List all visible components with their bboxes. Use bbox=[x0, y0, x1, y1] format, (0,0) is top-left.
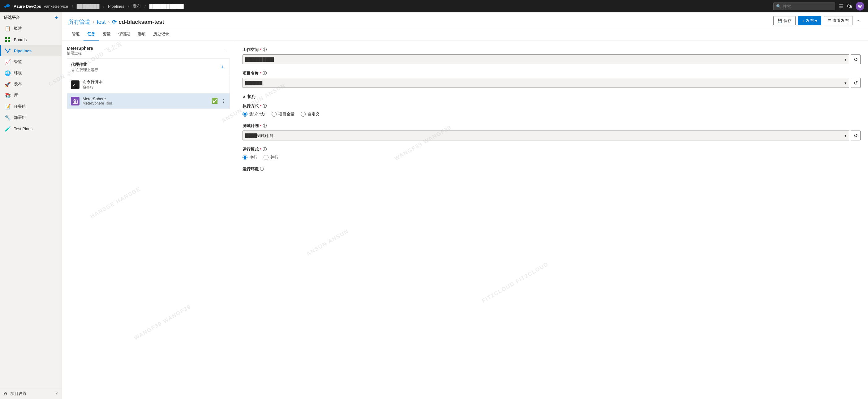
sep3: / bbox=[128, 4, 129, 9]
agent-job-header: 代理作业 🖥 在代理上运行 + bbox=[67, 59, 229, 76]
sidebar-item-pipeline[interactable]: 📈 管道 bbox=[0, 56, 62, 67]
page-header-actions: 💾 保存 + 发布 ▾ ☰ 查看发布 ··· bbox=[773, 16, 862, 28]
view-release-button[interactable]: ☰ 查看发布 bbox=[824, 16, 853, 25]
settings-icon: ⚙ bbox=[4, 392, 7, 396]
tab-pipeline[interactable]: 管道 bbox=[68, 28, 84, 40]
sep2: / bbox=[103, 4, 104, 9]
breadcrumb-pipelines[interactable]: Pipelines bbox=[108, 4, 124, 9]
azure-devops-logo bbox=[4, 2, 10, 10]
boards-icon bbox=[5, 36, 11, 43]
search-box[interactable]: 🔍 bbox=[773, 2, 835, 10]
breadcrumb-all-pipelines[interactable]: 所有管道 bbox=[68, 18, 90, 26]
workspace-info-icon[interactable]: ⓘ bbox=[262, 47, 267, 53]
pipeline-content: MeterSphere 部署过程 ··· 代理作业 🖥 在代理上运行 bbox=[62, 41, 868, 399]
breadcrumb-test[interactable]: test bbox=[97, 19, 106, 25]
task-info-metersphere: MeterSphere MeterSphere Tool bbox=[83, 96, 209, 105]
run-mode-radio-group: 串行 并行 bbox=[243, 155, 861, 160]
project-refresh-button[interactable]: ↺ bbox=[851, 78, 861, 88]
breadcrumb-sep2: › bbox=[108, 20, 110, 25]
search-icon: 🔍 bbox=[776, 4, 781, 9]
test-plan-select-wrapper: ████测试计划 bbox=[243, 130, 849, 141]
project-select-row: ██████ ↺ bbox=[243, 78, 861, 88]
tab-retention[interactable]: 保留期 bbox=[115, 28, 134, 40]
project-select[interactable]: ██████ bbox=[243, 78, 849, 88]
radio-all-project-input[interactable] bbox=[272, 112, 277, 117]
workspace-select[interactable]: ██████████ bbox=[243, 55, 849, 64]
save-button[interactable]: 💾 保存 bbox=[773, 16, 796, 25]
sidebar-add-button[interactable]: + bbox=[55, 15, 58, 21]
stage-more-button[interactable]: ··· bbox=[222, 48, 230, 55]
add-task-button[interactable]: + bbox=[219, 63, 226, 71]
radio-test-plan-input[interactable] bbox=[243, 112, 247, 117]
plus-icon: + bbox=[802, 19, 805, 23]
svg-rect-2 bbox=[5, 40, 7, 42]
radio-parallel-input[interactable] bbox=[264, 155, 269, 160]
execution-mode-radio-group: 测试计划 项目全量 自定义 bbox=[243, 111, 861, 117]
project-info-icon[interactable]: ⓘ bbox=[262, 70, 267, 76]
sidebar-item-testplans[interactable]: 🧪 Test Plans bbox=[0, 123, 62, 134]
main-layout: 研选平台 + 📋 概述 Boards bbox=[0, 12, 868, 399]
release-button[interactable]: + 发布 ▾ bbox=[798, 16, 821, 25]
breadcrumb-1[interactable]: ████████ bbox=[77, 4, 100, 9]
shopping-icon[interactable]: 🛍 bbox=[847, 3, 852, 9]
stage-header: MeterSphere 部署过程 ··· bbox=[67, 46, 230, 56]
sidebar-item-label-environment: 环境 bbox=[14, 70, 22, 76]
settings-label: 项目设置 bbox=[10, 391, 27, 397]
tab-variables[interactable]: 变量 bbox=[99, 28, 115, 40]
execution-mode-info-icon[interactable]: ⓘ bbox=[262, 103, 267, 109]
avatar[interactable]: W bbox=[856, 2, 864, 10]
sidebar-item-environment[interactable]: 🌐 环境 bbox=[0, 67, 62, 79]
test-plan-info-icon[interactable]: ⓘ bbox=[262, 123, 267, 129]
menu-icon[interactable]: ☰ bbox=[839, 3, 843, 9]
right-panel: 工作空间 * ⓘ ██████████ ↺ bbox=[235, 41, 868, 399]
sidebar-item-boards[interactable]: Boards bbox=[0, 34, 62, 45]
tab-tasks[interactable]: 任务 bbox=[84, 28, 99, 40]
agent-job-info: 代理作业 🖥 在代理上运行 bbox=[71, 62, 98, 73]
radio-custom-input[interactable] bbox=[301, 112, 306, 117]
tab-options[interactable]: 选项 bbox=[134, 28, 149, 40]
radio-serial[interactable]: 串行 bbox=[243, 155, 257, 160]
org-name: VankeService bbox=[43, 4, 68, 9]
breadcrumb-release[interactable]: 发布 bbox=[133, 3, 141, 9]
sidebar-item-deploygroups[interactable]: 🔧 部署组 bbox=[0, 112, 62, 123]
task-more-button[interactable]: ⋮ bbox=[221, 98, 226, 104]
test-plan-select[interactable]: ████测试计划 bbox=[243, 130, 849, 141]
breadcrumb-active[interactable]: ████████████ bbox=[149, 4, 184, 9]
deploygroups-icon: 🔧 bbox=[5, 115, 11, 121]
svg-rect-1 bbox=[8, 37, 10, 39]
run-mode-field: 运行模式 * ⓘ 串行 并行 bbox=[243, 147, 861, 160]
radio-test-plan[interactable]: 测试计划 bbox=[243, 111, 266, 117]
sidebar-item-release[interactable]: 🚀 发布 bbox=[0, 79, 62, 90]
sep1: / bbox=[72, 4, 73, 9]
run-mode-info-icon[interactable]: ⓘ bbox=[262, 147, 267, 152]
agent-job: 代理作业 🖥 在代理上运行 + >_ bbox=[67, 58, 230, 109]
sidebar: 研选平台 + 📋 概述 Boards bbox=[0, 12, 62, 399]
sidebar-item-label-library: 库 bbox=[14, 92, 18, 98]
task-item-metersphere[interactable]: MeterSphere MeterSphere Tool ✅ ⋮ bbox=[67, 93, 229, 109]
test-plan-label: 测试计划 * ⓘ bbox=[243, 123, 861, 129]
radio-parallel[interactable]: 并行 bbox=[264, 155, 278, 160]
task-subtitle-metersphere: MeterSphere Tool bbox=[83, 101, 209, 105]
run-env-label: 运行环境 ⓘ bbox=[243, 166, 861, 172]
radio-serial-input[interactable] bbox=[243, 155, 247, 160]
tab-history[interactable]: 历史记录 bbox=[149, 28, 173, 40]
radio-custom[interactable]: 自定义 bbox=[301, 111, 319, 117]
more-options-button[interactable]: ··· bbox=[855, 17, 862, 25]
sidebar-item-library[interactable]: 📚 库 bbox=[0, 90, 62, 101]
run-env-info-icon[interactable]: ⓘ bbox=[260, 166, 264, 172]
execution-collapse-icon: ∧ bbox=[243, 94, 246, 99]
execution-header[interactable]: ∧ 执行 bbox=[243, 94, 861, 100]
radio-all-project[interactable]: 项目全量 bbox=[272, 111, 294, 117]
svg-point-6 bbox=[9, 49, 10, 50]
topbar: Azure DevOps VankeService / ████████ / P… bbox=[0, 0, 868, 12]
sidebar-item-pipelines[interactable]: Pipelines bbox=[0, 45, 62, 56]
workspace-refresh-button[interactable]: ↺ bbox=[851, 55, 861, 64]
task-item-cmdline[interactable]: >_ 命令行脚本 命令行 bbox=[67, 76, 229, 93]
sidebar-item-label-pipelines: Pipelines bbox=[14, 49, 32, 53]
collapse-icon[interactable]: 《 bbox=[54, 391, 58, 397]
sidebar-settings[interactable]: ⚙ 项目设置 《 bbox=[0, 389, 62, 399]
sidebar-item-taskgroups[interactable]: 📝 任务组 bbox=[0, 101, 62, 112]
search-input[interactable] bbox=[783, 4, 832, 9]
sidebar-item-overview[interactable]: 📋 概述 bbox=[0, 23, 62, 34]
test-plan-refresh-button[interactable]: ↺ bbox=[851, 130, 861, 141]
